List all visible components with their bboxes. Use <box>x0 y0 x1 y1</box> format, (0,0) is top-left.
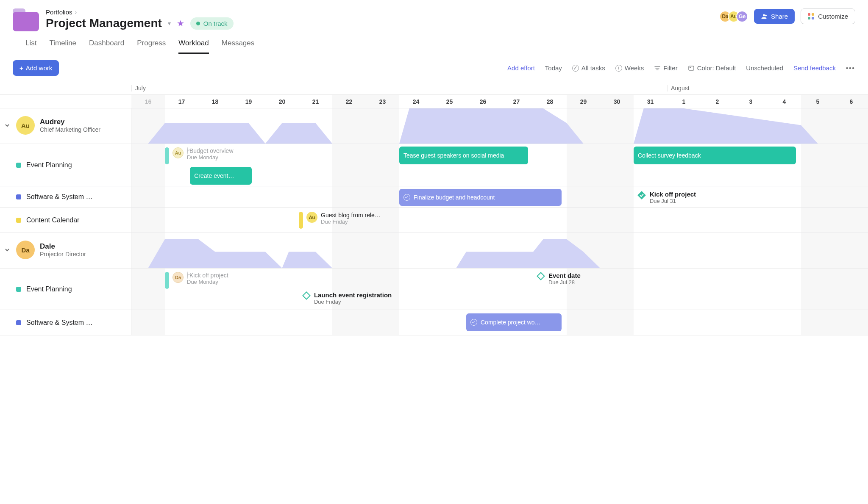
breadcrumb-parent[interactable]: Portfolios <box>46 8 72 16</box>
project-row-event[interactable]: Event Planning <box>0 269 131 310</box>
date-cell: 17 <box>165 95 198 108</box>
tab-progress[interactable]: Progress <box>137 39 166 54</box>
timeline-row: Au Guest blog from rele… Due Friday <box>131 208 868 233</box>
workload-grid: July August 1617181920212223242526272829… <box>0 82 868 335</box>
date-cell: 1 <box>667 95 701 108</box>
status-dot-icon <box>196 22 200 25</box>
collapse-toggle[interactable] <box>3 246 11 254</box>
svg-rect-4 <box>303 292 310 299</box>
customize-grid-icon <box>808 13 815 20</box>
tab-dashboard[interactable]: Dashboard <box>89 39 124 54</box>
timeline-row: Au Budget overview Due Monday Create eve… <box>131 144 868 186</box>
milestone-event-date[interactable]: Event date Due Jul 28 <box>537 272 581 285</box>
resource-list: Au Audrey Chief Marketing Officer Event … <box>0 108 131 335</box>
capacity-chart-audrey <box>131 108 868 144</box>
avatar: Da <box>16 241 35 259</box>
task-kickoff-ghost[interactable]: Da Kick off project Due Monday <box>165 272 228 289</box>
date-cell: 16 <box>131 95 165 108</box>
chevron-right-icon: › <box>75 8 77 16</box>
project-row-event[interactable]: Event Planning <box>0 144 131 186</box>
svg-rect-0 <box>689 66 694 70</box>
date-cell: 31 <box>634 95 667 108</box>
project-color-icon <box>16 163 21 168</box>
date-cell: 18 <box>198 95 232 108</box>
page-title: Project Management <box>46 17 162 30</box>
date-cell: 21 <box>299 95 332 108</box>
all-tasks-filter[interactable]: ✓ All tasks <box>572 64 605 72</box>
people-icon <box>761 13 768 20</box>
person-name: Dale <box>40 242 86 251</box>
date-cell: 27 <box>500 95 533 108</box>
milestone-launch[interactable]: Launch event registration Due Friday <box>302 291 392 305</box>
date-cell: 19 <box>232 95 265 108</box>
date-cell: 24 <box>399 95 433 108</box>
task-complete-project[interactable]: Complete project wo… <box>466 313 562 331</box>
svg-rect-3 <box>537 273 544 280</box>
project-color-icon <box>16 287 21 292</box>
person-row-dale: Da Dale Projector Director <box>0 233 131 269</box>
portfolio-folder-icon <box>13 8 39 31</box>
breadcrumb[interactable]: Portfolios › <box>46 8 234 16</box>
send-feedback-link[interactable]: Send feedback <box>793 64 836 72</box>
tab-workload[interactable]: Workload <box>178 39 209 54</box>
task-finalize-budget[interactable]: Finalize budget and headcount <box>399 189 562 206</box>
zoom-weeks[interactable]: + Weeks <box>615 64 644 72</box>
date-cell: 2 <box>701 95 734 108</box>
date-cell: 23 <box>366 95 399 108</box>
milestone-kickoff[interactable]: Kick off project Due Jul 31 <box>637 191 696 204</box>
title-dropdown-icon[interactable]: ▾ <box>168 20 171 27</box>
task-tease-speakers[interactable]: Tease guest speakers on social media <box>399 147 528 164</box>
color-button[interactable]: Color: Default <box>688 64 736 72</box>
date-cell: 5 <box>801 95 835 108</box>
add-work-button[interactable]: + Add work <box>13 60 59 76</box>
palette-icon <box>688 65 695 72</box>
capacity-chart-dale <box>131 233 868 269</box>
avatar-ge[interactable]: Ge <box>736 11 748 22</box>
project-color-icon <box>16 320 21 325</box>
share-button[interactable]: Share <box>754 9 795 24</box>
date-cell: 28 <box>533 95 567 108</box>
more-menu-icon[interactable]: ••• <box>846 64 855 72</box>
tab-timeline[interactable]: Timeline <box>49 39 76 54</box>
project-row-software[interactable]: Software & System … <box>0 310 131 335</box>
check-icon <box>403 194 410 201</box>
task-create-event[interactable]: Create event… <box>190 167 252 185</box>
add-effort-link[interactable]: Add effort <box>507 64 535 72</box>
month-header: July August <box>131 82 868 94</box>
check-circle-icon: ✓ <box>572 65 579 72</box>
view-tabs: List Timeline Dashboard Progress Workloa… <box>13 31 855 54</box>
task-collect-survey[interactable]: Collect survey feedback <box>634 147 796 164</box>
date-header: 16171819202122232425262728293031123456 <box>131 95 868 108</box>
tab-list[interactable]: List <box>25 39 36 54</box>
person-title: Projector Director <box>40 251 86 258</box>
task-guest-blog[interactable]: Au Guest blog from rele… Due Friday <box>299 212 381 229</box>
favorite-star-icon[interactable]: ★ <box>177 18 184 28</box>
customize-button[interactable]: Customize <box>801 8 855 24</box>
date-cell: 20 <box>265 95 299 108</box>
date-cell: 29 <box>567 95 600 108</box>
date-cell: 4 <box>768 95 801 108</box>
diamond-icon <box>302 291 311 300</box>
date-cell: 3 <box>734 95 768 108</box>
project-row-software[interactable]: Software & System … <box>0 186 131 208</box>
tab-messages[interactable]: Messages <box>222 39 254 54</box>
diamond-icon <box>537 272 545 280</box>
task-budget-overview[interactable]: Au Budget overview Due Monday <box>165 147 234 164</box>
unscheduled-button[interactable]: Unscheduled <box>746 64 783 72</box>
timeline-row: Complete project wo… <box>131 310 868 335</box>
filter-icon <box>654 65 661 72</box>
today-button[interactable]: Today <box>545 64 562 72</box>
member-avatar-stack[interactable]: Da Au Ge <box>719 11 748 22</box>
person-row-audrey: Au Audrey Chief Marketing Officer <box>0 108 131 144</box>
project-row-content[interactable]: Content Calendar <box>0 208 131 233</box>
zoom-icon: + <box>615 65 622 72</box>
collapse-toggle[interactable] <box>3 122 11 129</box>
plus-icon: + <box>19 64 23 72</box>
filter-button[interactable]: Filter <box>654 64 677 72</box>
status-chip[interactable]: On track <box>190 17 234 30</box>
person-name: Audrey <box>40 118 100 126</box>
project-color-icon <box>16 194 21 199</box>
check-icon <box>470 319 477 326</box>
page-header: Portfolios › Project Management ▾ ★ On t… <box>0 0 868 54</box>
project-color-icon <box>16 218 21 223</box>
